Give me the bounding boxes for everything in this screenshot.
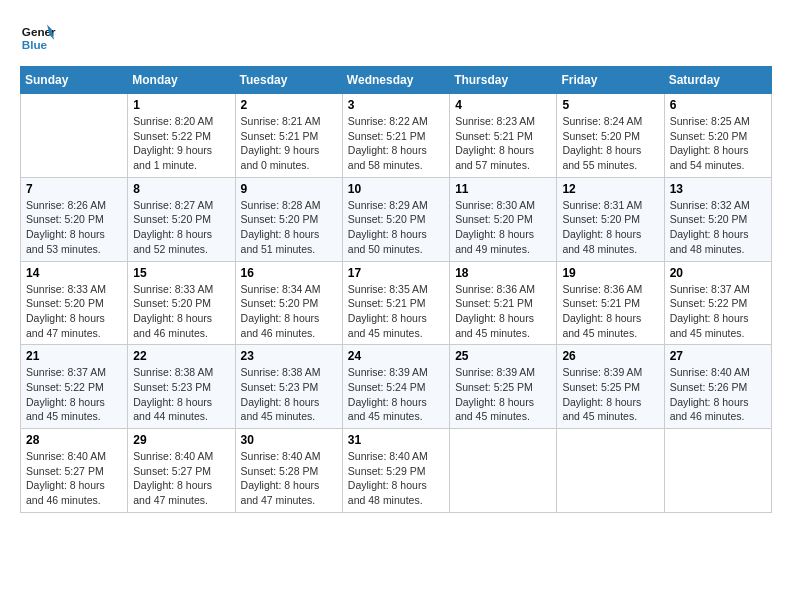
weekday-header-monday: Monday: [128, 67, 235, 94]
calendar-cell: 7Sunrise: 8:26 AM Sunset: 5:20 PM Daylig…: [21, 177, 128, 261]
day-number: 5: [562, 98, 658, 112]
day-info: Sunrise: 8:37 AM Sunset: 5:22 PM Dayligh…: [26, 365, 122, 424]
calendar-cell: [557, 429, 664, 513]
page-header: General Blue: [20, 20, 772, 56]
calendar-cell: 26Sunrise: 8:39 AM Sunset: 5:25 PM Dayli…: [557, 345, 664, 429]
day-number: 13: [670, 182, 766, 196]
weekday-header-thursday: Thursday: [450, 67, 557, 94]
day-info: Sunrise: 8:24 AM Sunset: 5:20 PM Dayligh…: [562, 114, 658, 173]
day-info: Sunrise: 8:28 AM Sunset: 5:20 PM Dayligh…: [241, 198, 337, 257]
calendar-cell: 11Sunrise: 8:30 AM Sunset: 5:20 PM Dayli…: [450, 177, 557, 261]
calendar-cell: 21Sunrise: 8:37 AM Sunset: 5:22 PM Dayli…: [21, 345, 128, 429]
calendar-cell: 1Sunrise: 8:20 AM Sunset: 5:22 PM Daylig…: [128, 94, 235, 178]
calendar-cell: 6Sunrise: 8:25 AM Sunset: 5:20 PM Daylig…: [664, 94, 771, 178]
calendar-cell: 31Sunrise: 8:40 AM Sunset: 5:29 PM Dayli…: [342, 429, 449, 513]
day-number: 26: [562, 349, 658, 363]
day-number: 25: [455, 349, 551, 363]
day-info: Sunrise: 8:33 AM Sunset: 5:20 PM Dayligh…: [133, 282, 229, 341]
day-number: 21: [26, 349, 122, 363]
week-row-5: 28Sunrise: 8:40 AM Sunset: 5:27 PM Dayli…: [21, 429, 772, 513]
calendar-cell: 30Sunrise: 8:40 AM Sunset: 5:28 PM Dayli…: [235, 429, 342, 513]
day-info: Sunrise: 8:31 AM Sunset: 5:20 PM Dayligh…: [562, 198, 658, 257]
calendar-cell: 25Sunrise: 8:39 AM Sunset: 5:25 PM Dayli…: [450, 345, 557, 429]
day-number: 20: [670, 266, 766, 280]
day-info: Sunrise: 8:29 AM Sunset: 5:20 PM Dayligh…: [348, 198, 444, 257]
day-info: Sunrise: 8:25 AM Sunset: 5:20 PM Dayligh…: [670, 114, 766, 173]
calendar-cell: 9Sunrise: 8:28 AM Sunset: 5:20 PM Daylig…: [235, 177, 342, 261]
day-info: Sunrise: 8:36 AM Sunset: 5:21 PM Dayligh…: [455, 282, 551, 341]
day-number: 4: [455, 98, 551, 112]
calendar-cell: 24Sunrise: 8:39 AM Sunset: 5:24 PM Dayli…: [342, 345, 449, 429]
day-number: 12: [562, 182, 658, 196]
day-info: Sunrise: 8:37 AM Sunset: 5:22 PM Dayligh…: [670, 282, 766, 341]
day-info: Sunrise: 8:27 AM Sunset: 5:20 PM Dayligh…: [133, 198, 229, 257]
weekday-header-sunday: Sunday: [21, 67, 128, 94]
calendar-cell: 10Sunrise: 8:29 AM Sunset: 5:20 PM Dayli…: [342, 177, 449, 261]
day-number: 24: [348, 349, 444, 363]
calendar-cell: 15Sunrise: 8:33 AM Sunset: 5:20 PM Dayli…: [128, 261, 235, 345]
day-info: Sunrise: 8:39 AM Sunset: 5:24 PM Dayligh…: [348, 365, 444, 424]
calendar-cell: 14Sunrise: 8:33 AM Sunset: 5:20 PM Dayli…: [21, 261, 128, 345]
calendar-cell: 2Sunrise: 8:21 AM Sunset: 5:21 PM Daylig…: [235, 94, 342, 178]
day-number: 9: [241, 182, 337, 196]
week-row-3: 14Sunrise: 8:33 AM Sunset: 5:20 PM Dayli…: [21, 261, 772, 345]
calendar-cell: 22Sunrise: 8:38 AM Sunset: 5:23 PM Dayli…: [128, 345, 235, 429]
day-info: Sunrise: 8:40 AM Sunset: 5:27 PM Dayligh…: [133, 449, 229, 508]
day-number: 18: [455, 266, 551, 280]
day-number: 3: [348, 98, 444, 112]
calendar-cell: 20Sunrise: 8:37 AM Sunset: 5:22 PM Dayli…: [664, 261, 771, 345]
day-info: Sunrise: 8:38 AM Sunset: 5:23 PM Dayligh…: [241, 365, 337, 424]
weekday-header-tuesday: Tuesday: [235, 67, 342, 94]
calendar-cell: 12Sunrise: 8:31 AM Sunset: 5:20 PM Dayli…: [557, 177, 664, 261]
calendar-cell: 16Sunrise: 8:34 AM Sunset: 5:20 PM Dayli…: [235, 261, 342, 345]
day-number: 8: [133, 182, 229, 196]
logo: General Blue: [20, 20, 56, 56]
calendar-cell: 29Sunrise: 8:40 AM Sunset: 5:27 PM Dayli…: [128, 429, 235, 513]
day-info: Sunrise: 8:36 AM Sunset: 5:21 PM Dayligh…: [562, 282, 658, 341]
day-number: 15: [133, 266, 229, 280]
calendar-cell: [21, 94, 128, 178]
day-number: 22: [133, 349, 229, 363]
day-info: Sunrise: 8:40 AM Sunset: 5:26 PM Dayligh…: [670, 365, 766, 424]
calendar-cell: 19Sunrise: 8:36 AM Sunset: 5:21 PM Dayli…: [557, 261, 664, 345]
day-number: 7: [26, 182, 122, 196]
day-info: Sunrise: 8:23 AM Sunset: 5:21 PM Dayligh…: [455, 114, 551, 173]
weekday-header-saturday: Saturday: [664, 67, 771, 94]
logo-icon: General Blue: [20, 20, 56, 56]
day-info: Sunrise: 8:21 AM Sunset: 5:21 PM Dayligh…: [241, 114, 337, 173]
calendar-cell: 3Sunrise: 8:22 AM Sunset: 5:21 PM Daylig…: [342, 94, 449, 178]
day-number: 10: [348, 182, 444, 196]
calendar-cell: [664, 429, 771, 513]
calendar-cell: 28Sunrise: 8:40 AM Sunset: 5:27 PM Dayli…: [21, 429, 128, 513]
day-info: Sunrise: 8:39 AM Sunset: 5:25 PM Dayligh…: [562, 365, 658, 424]
day-number: 30: [241, 433, 337, 447]
calendar-cell: 8Sunrise: 8:27 AM Sunset: 5:20 PM Daylig…: [128, 177, 235, 261]
calendar-cell: 17Sunrise: 8:35 AM Sunset: 5:21 PM Dayli…: [342, 261, 449, 345]
calendar-cell: 23Sunrise: 8:38 AM Sunset: 5:23 PM Dayli…: [235, 345, 342, 429]
day-info: Sunrise: 8:33 AM Sunset: 5:20 PM Dayligh…: [26, 282, 122, 341]
day-info: Sunrise: 8:32 AM Sunset: 5:20 PM Dayligh…: [670, 198, 766, 257]
day-number: 16: [241, 266, 337, 280]
day-info: Sunrise: 8:30 AM Sunset: 5:20 PM Dayligh…: [455, 198, 551, 257]
calendar-cell: [450, 429, 557, 513]
day-info: Sunrise: 8:39 AM Sunset: 5:25 PM Dayligh…: [455, 365, 551, 424]
day-number: 27: [670, 349, 766, 363]
day-info: Sunrise: 8:35 AM Sunset: 5:21 PM Dayligh…: [348, 282, 444, 341]
calendar-cell: 18Sunrise: 8:36 AM Sunset: 5:21 PM Dayli…: [450, 261, 557, 345]
day-info: Sunrise: 8:38 AM Sunset: 5:23 PM Dayligh…: [133, 365, 229, 424]
day-number: 19: [562, 266, 658, 280]
day-info: Sunrise: 8:40 AM Sunset: 5:28 PM Dayligh…: [241, 449, 337, 508]
day-number: 14: [26, 266, 122, 280]
week-row-2: 7Sunrise: 8:26 AM Sunset: 5:20 PM Daylig…: [21, 177, 772, 261]
day-number: 29: [133, 433, 229, 447]
day-info: Sunrise: 8:22 AM Sunset: 5:21 PM Dayligh…: [348, 114, 444, 173]
day-info: Sunrise: 8:26 AM Sunset: 5:20 PM Dayligh…: [26, 198, 122, 257]
day-info: Sunrise: 8:20 AM Sunset: 5:22 PM Dayligh…: [133, 114, 229, 173]
weekday-header-row: SundayMondayTuesdayWednesdayThursdayFrid…: [21, 67, 772, 94]
calendar-cell: 5Sunrise: 8:24 AM Sunset: 5:20 PM Daylig…: [557, 94, 664, 178]
day-info: Sunrise: 8:34 AM Sunset: 5:20 PM Dayligh…: [241, 282, 337, 341]
week-row-1: 1Sunrise: 8:20 AM Sunset: 5:22 PM Daylig…: [21, 94, 772, 178]
svg-text:Blue: Blue: [22, 38, 48, 51]
calendar-table: SundayMondayTuesdayWednesdayThursdayFrid…: [20, 66, 772, 513]
calendar-cell: 13Sunrise: 8:32 AM Sunset: 5:20 PM Dayli…: [664, 177, 771, 261]
